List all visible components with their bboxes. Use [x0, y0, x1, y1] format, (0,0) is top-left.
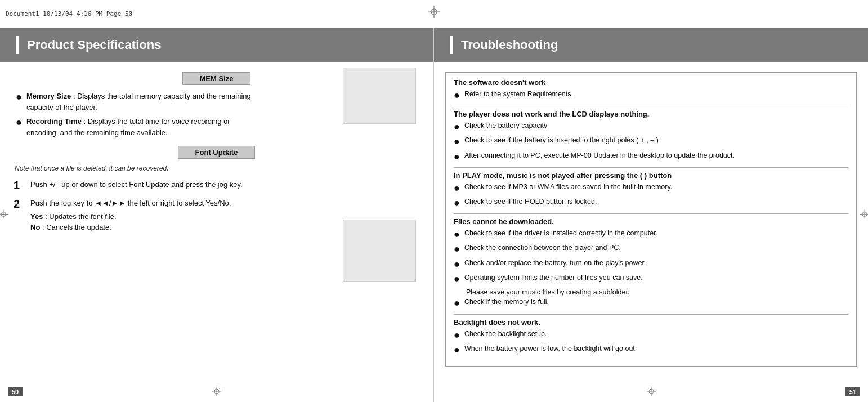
trouble-dot-f3: ● [454, 257, 460, 271]
trouble-text-lcd-1: Check the battery capacity [464, 121, 547, 131]
step-2-sub-no: No : Cancels the update. [30, 222, 231, 233]
divider-4 [454, 314, 848, 315]
trouble-text-backlight-2: When the battery power is low, the backl… [464, 344, 637, 354]
step-2-subs: Yes : Updates the font file. No : Cancel… [30, 211, 231, 233]
trouble-text-backlight-1: Check the backlight setup. [464, 329, 547, 340]
right-side-crosshair [860, 210, 868, 221]
mem-size-header: MEM Size [182, 72, 251, 85]
trouble-dot-p2: ● [454, 196, 460, 210]
trouble-text-play-2: Check to see if the HOLD button is locke… [464, 197, 597, 207]
font-update-note: Note that once a file is deleted, it can… [14, 164, 419, 172]
trouble-text-files-4: Operating system limits the number of fi… [464, 273, 643, 283]
trouble-dot-f1: ● [454, 227, 460, 242]
trouble-text-files-indent-text: Please save your music files by creating… [454, 288, 629, 296]
trouble-text-lcd-2: Check to see if the battery is inserted … [464, 136, 659, 146]
right-section-header: Troubleshooting [434, 28, 868, 62]
font-update-header: Font Update [178, 146, 256, 159]
trouble-bullet-files-3: ● Check and/or replace the battery, turn… [454, 258, 848, 271]
trouble-bullet-lcd-1: ● Check the battery capacity [454, 121, 848, 134]
header-bar-left [16, 36, 19, 54]
step-2-text: Push the jog key to ◄◄/►► the left or ri… [30, 198, 231, 209]
right-bottom-crosshair [647, 387, 656, 397]
bullet-recording-time: ● Recording Time : Displays the total ti… [16, 116, 256, 138]
trouble-section-backlight: Backlight does not work. ● Check the bac… [454, 318, 848, 357]
trouble-text-files-3: Check and/or replace the battery, turn o… [464, 258, 646, 269]
trouble-bullet-files-4: ● Operating system limits the number of … [454, 273, 848, 286]
trouble-dot-l2: ● [454, 135, 460, 149]
yes-label: Yes [30, 212, 43, 221]
trouble-title-backlight: Backlight does not work. [454, 318, 848, 327]
trouble-bullet-play-1: ● Check to see if MP3 or WMA files are s… [454, 182, 848, 195]
bullet-memory-size: ● Memory Size : Displays the total memor… [16, 91, 256, 113]
left-bottom-crosshair [212, 387, 221, 397]
trouble-section-lcd: The player does not work and the LCD dis… [454, 110, 848, 164]
trouble-bullet-backlight-1: ● Check the backlight setup. [454, 329, 848, 342]
trouble-dot-b2: ● [454, 343, 460, 357]
bullet-label-recording: Recording Time [26, 117, 82, 126]
right-page-title: Troubleshooting [461, 38, 558, 52]
trouble-title-play: In PLAY mode, music is not played after … [454, 171, 848, 180]
font-update-header-wrap: Font Update [14, 146, 419, 159]
step-1-number: 1 [14, 179, 25, 192]
trouble-box: The software doesn't work ● Refer to the… [445, 72, 857, 367]
trouble-title-files: Files cannot be downloaded. [454, 217, 848, 226]
divider-3 [454, 213, 848, 214]
trouble-text-play-1: Check to see if MP3 or WMA files are sav… [464, 182, 672, 193]
trouble-section-play: In PLAY mode, music is not played after … [454, 171, 848, 210]
trouble-text-files-1: Check to see if the driver is installed … [464, 229, 657, 239]
trouble-dot-f2: ● [454, 242, 460, 256]
step-2-content: Push the jog key to ◄◄/►► the left or ri… [30, 198, 231, 233]
printer-marks-bar: Document1 10/13/04 4:16 PM Page 50 [0, 0, 868, 28]
trouble-dot-l3: ● [454, 150, 460, 164]
left-side-crosshair [0, 210, 8, 221]
trouble-bullet-files-5: ● Check if the memory is full. [454, 297, 848, 310]
trouble-title-lcd: The player does not work and the LCD dis… [454, 110, 848, 118]
trouble-text-files-indent: Please save your music files by creating… [454, 288, 848, 298]
trouble-bullet-lcd-2: ● Check to see if the battery is inserte… [454, 136, 848, 149]
trouble-dot-s1: ● [454, 88, 460, 102]
image-placeholder-2 [343, 220, 416, 282]
printer-marks-text: Document1 10/13/04 4:16 PM Page 50 [6, 10, 132, 17]
main-content: Product Specifications MEM Size ● Memory… [0, 28, 868, 402]
trouble-section-software: The software doesn't work ● Refer to the… [454, 78, 848, 102]
trouble-bullet-files-1: ● Check to see if the driver is installe… [454, 229, 848, 242]
trouble-text-files-2: Check the connection between the player … [464, 243, 621, 253]
trouble-bullet-software-1: ● Refer to the system Requirements. [454, 90, 848, 102]
trouble-dot-l1: ● [454, 120, 460, 134]
page-number-left: 50 [8, 387, 23, 396]
bullet-text-memory-size: Memory Size : Displays the total memory … [26, 91, 256, 113]
trouble-dot-f4: ● [454, 272, 460, 286]
right-body: The software doesn't work ● Refer to the… [434, 62, 868, 372]
step-1: 1 Push +/– up or down to select Font Upd… [14, 179, 419, 192]
trouble-dot-f5: ● [454, 296, 460, 310]
trouble-section-files: Files cannot be downloaded. ● Check to s… [454, 217, 848, 310]
trouble-text-files-5: Check if the memory is full. [464, 297, 549, 307]
divider-2 [454, 167, 848, 168]
step-1-content: Push +/– up or down to select Font Updat… [30, 179, 243, 190]
right-page: Troubleshooting The software doesn't wor… [434, 28, 868, 402]
left-section-header: Product Specifications [0, 28, 433, 62]
header-bar-right [450, 36, 453, 54]
trouble-bullet-files-2: ● Check the connection between the playe… [454, 243, 848, 256]
bullet-dot-1: ● [16, 90, 22, 105]
bullet-label-memory: Memory Size [26, 92, 71, 100]
trouble-title-software: The software doesn't work [454, 78, 848, 87]
trouble-bullet-backlight-2: ● When the battery power is low, the bac… [454, 344, 848, 357]
divider-1 [454, 106, 848, 106]
step-1-text: Push +/– up or down to select Font Updat… [30, 180, 243, 189]
no-label: No [30, 223, 40, 231]
left-page-title: Product Specifications [27, 38, 161, 52]
trouble-bullet-lcd-3: ● After connecting it to PC, execute MP-… [454, 151, 848, 164]
left-page: Product Specifications MEM Size ● Memory… [0, 28, 434, 402]
trouble-text-software-1: Refer to the system Requirements. [464, 90, 573, 100]
page-number-right: 51 [845, 387, 860, 396]
bullet-dot-2: ● [16, 115, 22, 130]
trouble-dot-b1: ● [454, 328, 460, 342]
step-2-number: 2 [14, 198, 25, 211]
mem-size-bullets: ● Memory Size : Displays the total memor… [14, 91, 256, 138]
trouble-text-lcd-3: After connecting it to PC, execute MP-00… [464, 151, 735, 161]
trouble-bullet-play-2: ● Check to see if the HOLD button is loc… [454, 197, 848, 210]
image-placeholder-1 [343, 68, 416, 124]
step-2-sub-yes: Yes : Updates the font file. [30, 211, 231, 222]
bullet-text-recording: Recording Time : Displays the total time… [26, 116, 256, 138]
